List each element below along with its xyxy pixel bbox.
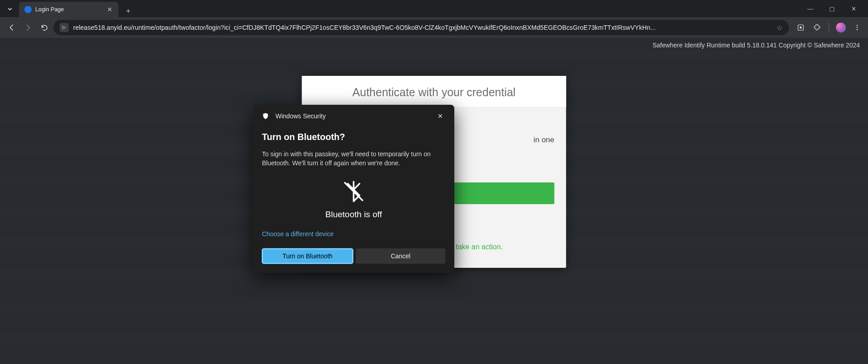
svg-point-1 [800, 27, 802, 29]
dialog-close-icon[interactable]: ✕ [435, 111, 445, 121]
window-maximize[interactable]: ▢ [826, 5, 838, 12]
nav-back-button[interactable] [5, 20, 19, 35]
browser-titlebar: Login Page ✕ ＋ — ▢ ✕ [0, 0, 868, 17]
window-controls: — ▢ ✕ [804, 5, 864, 12]
bluetooth-status-text: Bluetooth is off [262, 210, 445, 219]
shield-icon [262, 112, 269, 120]
svg-point-4 [857, 29, 858, 30]
dialog-header: Windows Security ✕ [262, 111, 445, 121]
toolbar-right-cluster [791, 21, 863, 34]
dialog-message: To sign in with this passkey, we'll need… [262, 149, 434, 168]
site-settings-icon[interactable] [60, 23, 69, 32]
choose-different-device-link[interactable]: Choose a different device [262, 230, 445, 238]
page-viewport: Safewhere Identify Runtime build 5.18.0.… [0, 38, 868, 364]
svg-point-2 [857, 25, 858, 26]
dialog-header-title: Windows Security [275, 112, 326, 120]
nav-reload-button[interactable] [37, 20, 51, 35]
tab-search-dropdown[interactable] [4, 2, 16, 16]
chrome-menu-icon[interactable] [851, 21, 863, 34]
turn-on-bluetooth-button[interactable]: Turn on Bluetooth [262, 248, 353, 264]
bookmark-star-icon[interactable]: ☆ [776, 23, 783, 32]
nav-forward-button[interactable] [21, 20, 35, 35]
build-info-text: Safewhere Identify Runtime build 5.18.0.… [653, 42, 860, 49]
auth-card-title: Authenticate with your credential [302, 76, 566, 107]
tab-title: Login Page [35, 6, 102, 13]
auth-body-fragment-1b: in one [533, 131, 554, 149]
bluetooth-off-icon [262, 180, 445, 203]
dialog-title: Turn on Bluetooth? [262, 132, 445, 142]
tab-favicon [24, 6, 32, 13]
new-tab-button[interactable]: ＋ [122, 5, 135, 17]
window-minimize[interactable]: — [804, 5, 817, 12]
toolbar-separator [829, 23, 829, 33]
address-bar[interactable]: release518.anyid.eu/runtime/otpauth/twof… [53, 20, 789, 35]
browser-tab[interactable]: Login Page ✕ [19, 2, 118, 17]
browser-toolbar: release518.anyid.eu/runtime/otpauth/twof… [0, 17, 868, 38]
profile-avatar-icon[interactable] [835, 21, 847, 34]
address-url: release518.anyid.eu/runtime/otpauth/twof… [73, 24, 772, 31]
extensions-puzzle-icon[interactable] [811, 21, 823, 34]
tab-close-icon[interactable]: ✕ [106, 6, 114, 13]
svg-point-3 [857, 27, 858, 28]
extension-icon-1[interactable] [794, 21, 807, 34]
windows-security-dialog: Windows Security ✕ Turn on Bluetooth? To… [253, 105, 454, 273]
dialog-button-row: Turn on Bluetooth Cancel [262, 248, 445, 264]
window-close[interactable]: ✕ [847, 5, 860, 12]
cancel-button[interactable]: Cancel [356, 248, 445, 264]
